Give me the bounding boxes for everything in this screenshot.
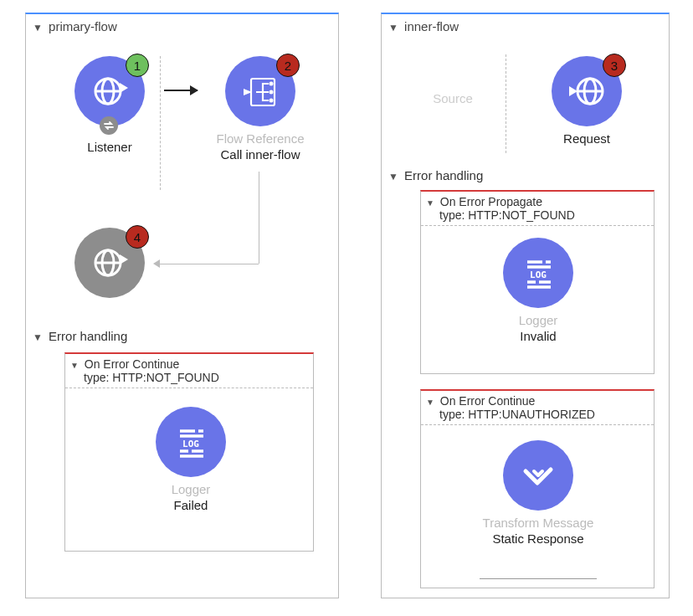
logger-name: Failed (132, 498, 249, 512)
logger-component[interactable]: LOG Logger Invalid (480, 238, 597, 343)
route-line (160, 264, 259, 264)
handler-type: type: HTTP:NOT_FOUND (70, 371, 219, 384)
logger-label: Logger (480, 313, 597, 327)
handler-type: type: HTTP:UNAUTHORIZED (426, 408, 595, 421)
flow-name-label: inner-flow (404, 19, 459, 33)
collapse-triangle-icon[interactable]: ▼ (426, 398, 434, 407)
logger-component[interactable]: LOG Logger Failed (132, 407, 249, 512)
collapse-triangle-icon[interactable]: ▼ (33, 22, 43, 33)
flow-inner: ▼ inner-flow Source 3 Request ▼ Error ha… (381, 13, 670, 598)
transform-name: Static Response (473, 531, 603, 546)
collapse-triangle-icon[interactable]: ▼ (33, 331, 43, 343)
handler-type: type: HTTP:NOT_FOUND (426, 208, 575, 222)
flow-name-label: primary-flow (49, 19, 117, 33)
flow-ref-name: Call inner-flow (202, 147, 319, 162)
response-component[interactable]: 4 (51, 228, 168, 298)
svg-point-4 (270, 82, 274, 86)
error-handler-continue[interactable]: ▼ On Error Continue type: HTTP:UNAUTHORI… (420, 389, 654, 588)
collapse-triangle-icon[interactable]: ▼ (388, 22, 398, 33)
listener-label: Listener (51, 140, 168, 154)
http-response-icon: 4 (74, 228, 145, 298)
step-badge: 1 (126, 54, 149, 77)
handler-header: ▼ On Error Continue type: HTTP:UNAUTHORI… (421, 391, 654, 425)
flow-title: ▼ inner-flow (388, 19, 459, 33)
flow-title: ▼ primary-flow (33, 19, 117, 33)
transform-message-icon (503, 440, 573, 511)
svg-point-6 (270, 99, 274, 103)
handler-title: On Error Continue (85, 357, 180, 371)
listener-component[interactable]: 1 Listener (51, 56, 168, 154)
transform-label: Transform Message (473, 516, 603, 530)
step-badge: 3 (603, 54, 626, 77)
source-placeholder: Source (394, 91, 511, 105)
request-label: Request (528, 131, 645, 146)
error-handling-section: ▼ Error handling (33, 329, 127, 343)
handler-header: ▼ On Error Continue type: HTTP:NOT_FOUND (65, 354, 313, 388)
logger-icon: LOG (503, 238, 573, 308)
collapse-triangle-icon[interactable]: ▼ (388, 171, 398, 182)
step-badge: 4 (126, 225, 149, 249)
svg-text:LOG: LOG (530, 270, 547, 280)
collapse-triangle-icon[interactable]: ▼ (70, 361, 79, 370)
error-handling-section: ▼ Error handling (388, 168, 483, 182)
handler-title: On Error Continue (440, 394, 536, 408)
route-line (259, 172, 259, 264)
logger-name: Invalid (480, 329, 597, 343)
error-handler-propagate[interactable]: ▼ On Error Propagate type: HTTP:NOT_FOUN… (420, 190, 654, 374)
collapse-triangle-icon[interactable]: ▼ (426, 198, 434, 208)
svg-point-5 (270, 90, 274, 95)
svg-text:LOG: LOG (182, 439, 199, 449)
handler-header: ▼ On Error Propagate type: HTTP:NOT_FOUN… (421, 192, 654, 226)
flow-primary: ▼ primary-flow 1 Listener (25, 13, 339, 598)
error-handler-continue[interactable]: ▼ On Error Continue type: HTTP:NOT_FOUND… (64, 352, 314, 552)
exchange-icon (100, 116, 118, 135)
flow-ref-label: Flow Reference (202, 131, 319, 146)
transform-message-component[interactable]: Transform Message Static Response (473, 440, 603, 546)
flow-reference-icon: 2 (225, 56, 295, 126)
underline (480, 578, 597, 579)
logger-icon: LOG (156, 407, 226, 477)
http-request-icon: 3 (552, 56, 622, 126)
flow-reference-component[interactable]: 2 Flow Reference Call inner-flow (202, 56, 319, 162)
step-badge: 2 (276, 54, 300, 77)
handler-title: On Error Propagate (440, 195, 542, 208)
connector-arrow (164, 90, 198, 91)
request-component[interactable]: 3 Request (528, 56, 645, 146)
logger-label: Logger (132, 482, 249, 496)
